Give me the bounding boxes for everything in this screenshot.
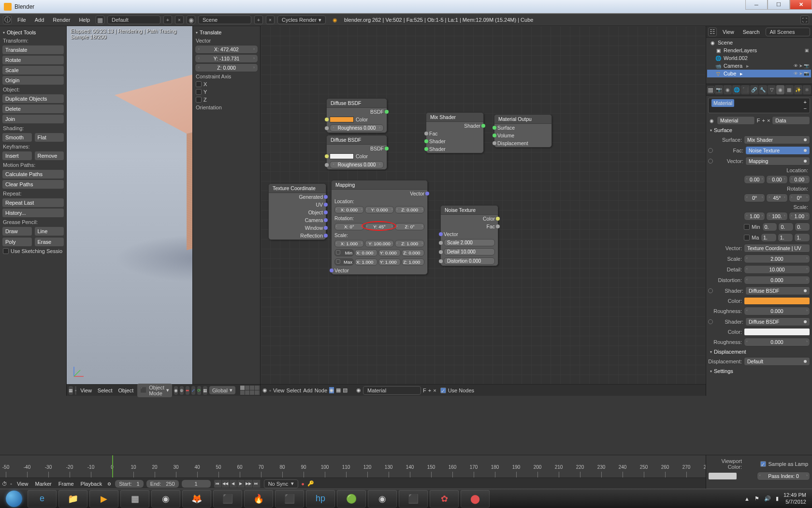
- material-link-dropdown[interactable]: Data: [772, 116, 810, 125]
- material-add-button[interactable]: +: [428, 388, 431, 393]
- fac-radio[interactable]: [708, 148, 713, 153]
- mapping-rot-x[interactable]: ‹X: 0°›: [334, 223, 364, 230]
- material-browse-icon[interactable]: ◉: [356, 387, 361, 393]
- mapping-scale-z[interactable]: ‹Z: 1.000›: [395, 240, 424, 247]
- render-viewport[interactable]: Elapsed: 00:23.13 | Rendering | Path Tra…: [67, 26, 192, 396]
- current-frame-field[interactable]: 1: [182, 480, 211, 488]
- layers-icon[interactable]: ▦: [203, 386, 207, 395]
- taskbar-app6-icon[interactable]: ⬛: [275, 490, 304, 508]
- origin-button[interactable]: Origin: [2, 75, 64, 85]
- taskbar-app7-icon[interactable]: ◉: [368, 490, 397, 508]
- view3d-editor-icon[interactable]: ▦: [69, 386, 73, 395]
- taskbar-media-icon[interactable]: ▶: [89, 490, 118, 508]
- node-node-menu[interactable]: Node: [315, 388, 327, 393]
- screen-icon[interactable]: ▦: [96, 15, 104, 24]
- prop-sc-y[interactable]: ‹100.›: [766, 212, 787, 221]
- pivot-icon[interactable]: ⊕: [180, 386, 184, 395]
- noise-detail-field[interactable]: Detail 10.000: [444, 248, 495, 255]
- mapping-rot-y[interactable]: ‹Y: 45°›: [365, 223, 394, 230]
- mapping-loc-y[interactable]: ‹Y: 0.000›: [365, 206, 394, 213]
- texture-type-icon[interactable]: ▧: [343, 387, 348, 393]
- outliner-item-renderlayers[interactable]: ▣RenderLayers▣: [707, 46, 811, 54]
- tl-view-menu[interactable]: View: [15, 481, 30, 487]
- win-close-button[interactable]: ✕: [790, 0, 812, 10]
- outliner-filter-dropdown[interactable]: All Scenes: [766, 28, 810, 36]
- rotate-button[interactable]: Rotate: [2, 55, 64, 65]
- node-view-menu[interactable]: View: [273, 388, 285, 393]
- outliner-editor-icon[interactable]: ☷: [708, 28, 717, 36]
- tray-arrow-icon[interactable]: ▲: [744, 496, 750, 502]
- remove-kf-button[interactable]: Remove: [34, 151, 65, 161]
- mapping-rot-z[interactable]: ‹Z: 0°›: [395, 223, 424, 230]
- vector-dropdown[interactable]: Mapping: [745, 157, 810, 165]
- material-f-btn[interactable]: F: [757, 118, 760, 123]
- timeline-collapse-icon[interactable]: ◦: [10, 481, 12, 487]
- outliner-item-cube[interactable]: ▽Cube▸👁➤📷: [707, 70, 811, 77]
- noise-distortion-field[interactable]: Distortion 0.000: [444, 257, 495, 265]
- noise-scale-prop[interactable]: ‹2.000›: [744, 254, 810, 263]
- help-menu[interactable]: Help: [76, 17, 93, 23]
- node-noise-texture[interactable]: Noise Texture Color Fac Vector Scale 2.0…: [440, 205, 498, 266]
- view3d-collapse-icon[interactable]: ◦: [75, 386, 76, 395]
- fullscreen-button[interactable]: ⛶: [800, 15, 809, 24]
- tab-particles[interactable]: ✨: [794, 85, 802, 94]
- duplicate-button[interactable]: Duplicate Objects: [2, 94, 64, 104]
- system-clock[interactable]: 12:49 PM 5/7/2012: [783, 492, 806, 505]
- tab-data[interactable]: ▽: [768, 85, 776, 94]
- translate-x-field[interactable]: ‹X: 472.402›: [195, 45, 258, 54]
- mat-slot-add[interactable]: +: [804, 99, 807, 105]
- mat-slot-remove[interactable]: −: [804, 105, 807, 111]
- noise-detail-prop[interactable]: ‹10.000›: [744, 265, 810, 274]
- material-f-button[interactable]: F: [423, 388, 426, 393]
- prop-rot-z[interactable]: ‹0°›: [789, 194, 810, 202]
- clear-paths-button[interactable]: Clear Paths: [2, 179, 64, 189]
- scene-icon[interactable]: ◉: [187, 15, 195, 24]
- outliner-view-menu[interactable]: View: [720, 29, 737, 35]
- material-add-btn[interactable]: +: [762, 118, 765, 123]
- mapping-min-checkbox[interactable]: Min: [334, 249, 354, 256]
- mapping-scale-x[interactable]: ‹X: 1.000›: [334, 240, 364, 247]
- translate-panel-header[interactable]: Translate: [194, 28, 259, 37]
- keyframe-prev-button[interactable]: ◀◀: [222, 480, 230, 488]
- taskbar-app9-icon[interactable]: ✿: [430, 490, 459, 508]
- material-x-btn[interactable]: ×: [767, 118, 770, 123]
- taskbar-app10-icon[interactable]: ⬤: [461, 490, 490, 508]
- object-tools-header[interactable]: Object Tools: [1, 28, 65, 37]
- shader1-dropdown[interactable]: Diffuse BSDF: [745, 286, 810, 295]
- color-swatch[interactable]: [330, 117, 354, 122]
- noise-distortion-prop[interactable]: ‹0.000›: [744, 276, 810, 284]
- maximize-button[interactable]: ☐: [768, 0, 790, 10]
- manipulator3-icon[interactable]: ⟳: [197, 386, 201, 395]
- system-tray[interactable]: ▲ ⚑ 🔊 ▮ 12:49 PM 5/7/2012: [744, 492, 810, 505]
- node-editor[interactable]: Diffuse BSDF BSDF Color ‹Roughness 0.000…: [260, 26, 706, 396]
- join-button[interactable]: Join: [2, 114, 64, 124]
- manipulator2-icon[interactable]: ⤢: [191, 386, 195, 395]
- layout-add-button[interactable]: +: [163, 15, 172, 24]
- manipulator-icon[interactable]: ⬌: [186, 386, 189, 395]
- node-diffuse-bsdf-1[interactable]: Diffuse BSDF BSDF Color ‹Roughness 0.000…: [326, 98, 387, 133]
- timeline-ruler[interactable]: -50-40-30-20-100102030405060708090100110…: [0, 455, 706, 478]
- object-menu[interactable]: Object: [116, 388, 135, 393]
- node-diffuse-bsdf-2[interactable]: Diffuse BSDF BSDF Color ‹Roughness 0.000…: [326, 135, 387, 170]
- taskbar-app3-icon[interactable]: 🦊: [182, 490, 211, 508]
- node-add-menu[interactable]: Add: [303, 388, 313, 393]
- taskbar-hp-icon[interactable]: hp: [306, 490, 335, 508]
- calc-paths-button[interactable]: Calculate Paths: [2, 169, 64, 179]
- tab-physics[interactable]: ⚛: [803, 85, 811, 94]
- timeline-editor-icon[interactable]: ⏱: [2, 481, 7, 487]
- play-reverse-button[interactable]: ◀: [230, 480, 237, 488]
- render-engine-dropdown[interactable]: Cycles Render▾: [277, 15, 326, 24]
- flat-button[interactable]: Flat: [34, 133, 65, 142]
- mapping-max-checkbox[interactable]: Max: [334, 258, 354, 266]
- node-select-menu[interactable]: Select: [287, 388, 302, 393]
- tab-modifiers[interactable]: 🔧: [759, 85, 767, 94]
- autokey-button[interactable]: ●: [301, 481, 304, 487]
- editor-type-icon[interactable]: ⓘ: [3, 15, 12, 24]
- start-frame-field[interactable]: Start:1: [115, 480, 143, 488]
- tab-scene[interactable]: ◉: [724, 85, 732, 94]
- scale-button[interactable]: Scale: [2, 65, 64, 75]
- taskbar-app4-icon[interactable]: ⬛: [213, 490, 242, 508]
- tl-frame-menu[interactable]: Frame: [57, 481, 76, 487]
- minimize-button[interactable]: ─: [745, 0, 768, 10]
- poly-button[interactable]: Poly: [2, 237, 32, 247]
